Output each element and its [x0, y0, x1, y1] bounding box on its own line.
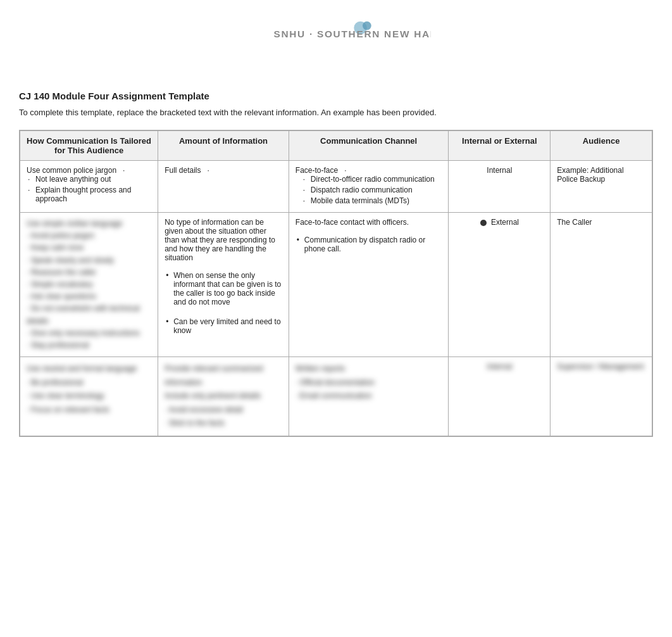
cell-audience-3: Supervisor / Management: [551, 357, 652, 436]
dot-external: [480, 220, 487, 226]
channel-bullet-1a: Direct-to-officer radio communication: [302, 175, 442, 184]
amount-blurred-3: Provide relevant summarized information …: [165, 362, 282, 431]
internal-value-2: External: [491, 218, 519, 227]
audience-value-2: The Caller: [557, 218, 592, 227]
internal-blurred-3: Internal: [487, 362, 512, 371]
how-bullets-1: Not leave anything out Explain thought p…: [27, 175, 151, 203]
audience-blurred-3: Supervisor / Management: [557, 362, 644, 371]
table-row: Use simple civilian language · Avoid pol…: [20, 213, 652, 357]
amount-bullet-2a: When on sense the only informant that ca…: [165, 271, 282, 306]
cell-channel-1: Face-to-face · Direct-to-officer radio c…: [289, 161, 449, 213]
col-header-channel: Communication Channel: [289, 131, 449, 161]
how-bullet-1a: Not leave anything out: [27, 175, 151, 184]
channel-bullet-1b: Dispatch radio communication: [302, 186, 442, 194]
cell-internal-3: Internal: [449, 357, 551, 436]
cell-amount-3: Provide relevant summarized information …: [158, 357, 289, 436]
cell-channel-3: Written reports · Official documentation…: [289, 357, 449, 436]
cell-channel-2: Face-to-face contact with officers. Comm…: [289, 213, 449, 357]
col-header-how: How Communication Is Tailoredfor This Au…: [20, 131, 158, 161]
col-header-audience: Audience: [551, 131, 652, 161]
channel-bullet-2a: Communication by dispatch radio or phone…: [296, 236, 442, 253]
how-main-1: Use common police jargon ·: [27, 166, 125, 175]
cell-amount-1: Full details ·: [158, 161, 289, 213]
amount-main-1: Full details ·: [165, 166, 209, 175]
audience-value-1: Example: Additional Police Backup: [557, 166, 623, 184]
page-title: CJ 140 Module Four Assignment Template: [19, 91, 653, 101]
assignment-table: How Communication Is Tailoredfor This Au…: [20, 130, 652, 436]
how-blurred-3: Use neutral and formal language · Be pro…: [27, 362, 151, 417]
col-header-amount: Amount of Information: [158, 131, 289, 161]
how-blurred-2: Use simple civilian language · Avoid pol…: [27, 218, 151, 351]
cell-how-2: Use simple civilian language · Avoid pol…: [20, 213, 158, 357]
main-table-container: How Communication Is Tailoredfor This Au…: [19, 130, 653, 437]
table-row: Use neutral and formal language · Be pro…: [20, 357, 652, 436]
subtitle: To complete this template, replace the b…: [19, 108, 653, 117]
cell-audience-1: Example: Additional Police Backup: [551, 161, 652, 213]
how-bullet-1b: Explain thought process and approach: [27, 186, 151, 203]
table-row: Use common police jargon · Not leave any…: [20, 161, 652, 213]
col-header-internal: Internal or External: [449, 131, 551, 161]
amount-p1-2: No type of information can be given abou…: [165, 218, 282, 262]
channel-p1-2: Face-to-face contact with officers.: [296, 218, 442, 227]
channel-blurred-3: Written reports · Official documentation…: [296, 362, 442, 403]
channel-bullets-2: Communication by dispatch radio or phone…: [296, 236, 442, 253]
channel-subbullets-1: Direct-to-officer radio communication Di…: [296, 175, 442, 205]
channel-bullet-1c: Mobile data terminals (MDTs): [302, 196, 442, 205]
cell-amount-2: No type of information can be given abou…: [158, 213, 289, 357]
header-logo: SNHU · SOUTHERN NEW HAMPSHIRE: [19, 13, 653, 53]
cell-how-3: Use neutral and formal language · Be pro…: [20, 357, 158, 436]
cell-internal-1: Internal: [449, 161, 551, 213]
svg-text:SNHU · SOUTHERN NEW HAMPSHIRE: SNHU · SOUTHERN NEW HAMPSHIRE: [273, 28, 431, 39]
amount-bullets-2: When on sense the only informant that ca…: [165, 271, 282, 335]
cell-internal-2: External: [449, 213, 551, 357]
channel-main-1: Face-to-face ·: [296, 166, 347, 175]
cell-audience-2: The Caller: [551, 213, 652, 357]
cell-how-1: Use common police jargon · Not leave any…: [20, 161, 158, 213]
internal-value-1: Internal: [487, 166, 512, 175]
amount-bullet-2b: Can be very limited and need to know: [165, 317, 282, 335]
